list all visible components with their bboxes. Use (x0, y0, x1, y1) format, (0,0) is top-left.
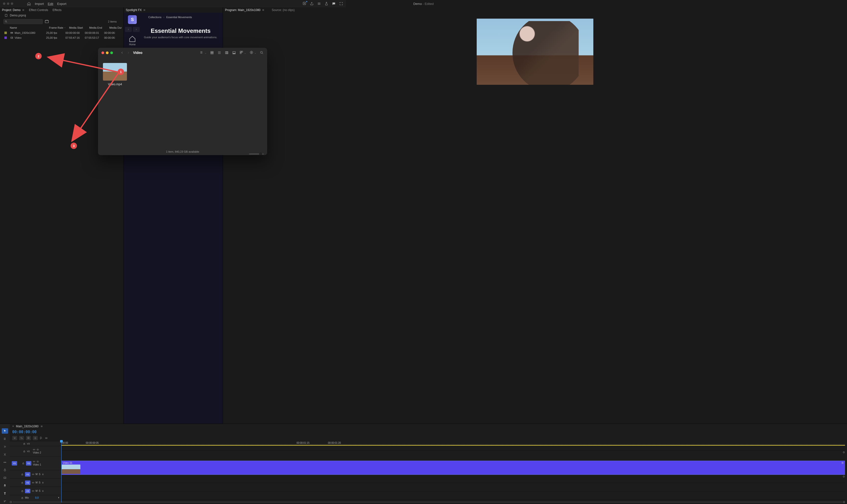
annotation-badge-1: 1 (118, 69, 124, 75)
svg-rect-51 (233, 52, 235, 53)
project-item-row[interactable]: Main_1920x1080 25,00 fps 00:00:00:00 00:… (0, 30, 124, 35)
home-icon[interactable] (27, 2, 31, 6)
window-traffic-lights[interactable] (102, 52, 113, 54)
label-color-chip (4, 36, 7, 39)
back-button[interactable] (120, 51, 124, 54)
list-view-button[interactable] (217, 51, 221, 55)
gallery-view-button[interactable] (232, 51, 236, 55)
source-label: Source: (no clips) (272, 8, 294, 12)
menu-export[interactable]: Export (57, 2, 67, 6)
share-icon[interactable] (310, 2, 314, 6)
svg-rect-52 (233, 53, 233, 54)
svg-point-59 (260, 52, 263, 53)
beaker-icon[interactable] (324, 2, 328, 6)
window-traffic-lights[interactable] (3, 2, 13, 5)
label-color-chip (4, 32, 7, 34)
file-name: Video.mp4 (103, 83, 127, 86)
collection-subtitle: Guide your audience's focus with core mo… (143, 36, 218, 39)
menu-edit[interactable]: Edit (48, 2, 53, 6)
sort-asc-icon (64, 27, 66, 29)
svg-rect-54 (235, 53, 235, 54)
fullscreen-icon[interactable] (339, 2, 343, 6)
svg-rect-50 (227, 52, 228, 54)
home-icon (129, 35, 136, 43)
search-icon (5, 20, 7, 23)
spotlight-logo: S (128, 15, 137, 24)
group-by-button[interactable] (239, 51, 246, 55)
annotation-badge-2: 2 (35, 53, 42, 59)
svg-rect-53 (234, 53, 234, 54)
video-clip-icon (10, 36, 13, 39)
panel-menu-icon[interactable] (262, 9, 265, 11)
svg-rect-46 (211, 53, 212, 54)
finder-status-bar: 1 item, 840,23 GB available (98, 150, 267, 155)
project-file-name: Demo.prproj (10, 14, 26, 17)
svg-rect-55 (240, 51, 241, 52)
finder-icon-size-slider[interactable] (249, 154, 264, 155)
finder-title: VIdeo (133, 51, 142, 55)
annotation-badge-3: 3 (71, 143, 77, 149)
file-item[interactable]: Video.mp4 (103, 63, 127, 86)
action-menu-button[interactable] (250, 51, 256, 55)
svg-rect-45 (212, 52, 213, 53)
project-file-row[interactable]: Demo.prproj (0, 13, 124, 18)
chat-icon[interactable] (332, 2, 336, 6)
svg-rect-47 (212, 53, 213, 54)
breadcrumb-current[interactable]: Essential Movements (166, 16, 192, 19)
nav-back-button[interactable] (125, 27, 132, 32)
svg-rect-57 (240, 52, 241, 54)
tab-program[interactable]: Program: Main_1920x1080 (225, 8, 265, 12)
project-search-input[interactable] (3, 19, 43, 24)
items-count: 2 items (108, 20, 117, 23)
breadcrumb: Collections › Essential Movements (148, 16, 192, 19)
nav-forward-button[interactable] (133, 27, 140, 32)
panel-menu-icon[interactable] (143, 9, 146, 11)
breadcrumb-collections[interactable]: Collections (148, 16, 162, 19)
menu-import[interactable]: Import (35, 2, 44, 6)
project-list-header[interactable]: Name Frame Rate Media Start Media End Me… (0, 25, 124, 30)
icon-view-button[interactable] (210, 51, 214, 55)
project-item-row[interactable]: Video 25,00 fps 07:55:47:16 07:55:53:17 … (0, 35, 124, 40)
sidebar-item-home[interactable]: Home (129, 35, 136, 46)
forward-button[interactable] (127, 51, 130, 54)
column-view-button[interactable] (225, 51, 229, 55)
settings-panel-icon[interactable] (317, 2, 321, 6)
menu-icon[interactable] (200, 51, 206, 55)
svg-rect-48 (225, 52, 226, 54)
svg-point-2 (5, 21, 6, 22)
collection-title: Essential Movements (143, 28, 218, 34)
search-icon[interactable] (260, 51, 264, 55)
svg-rect-56 (241, 51, 242, 52)
svg-rect-44 (211, 52, 212, 53)
finder-window[interactable]: VIdeo Video.mp4 1 item, 840,23 GB availa… (98, 48, 267, 155)
tab-project[interactable]: Project: Demo (2, 8, 24, 12)
app-title-bar: Import Edit Export Demo - Edited (0, 0, 346, 7)
svg-rect-49 (226, 52, 227, 54)
tab-spotlight-fx[interactable]: Spotlight FX (126, 8, 142, 12)
project-file-icon (4, 14, 8, 17)
svg-rect-1 (5, 14, 7, 16)
sequence-icon (10, 31, 13, 34)
svg-rect-4 (11, 32, 13, 34)
quick-export-icon[interactable] (303, 1, 306, 6)
new-bin-icon[interactable] (44, 19, 49, 24)
tab-effects[interactable]: Effects (53, 8, 61, 12)
svg-rect-3 (45, 21, 49, 23)
tab-effect-controls[interactable]: Effect Controls (29, 8, 48, 12)
